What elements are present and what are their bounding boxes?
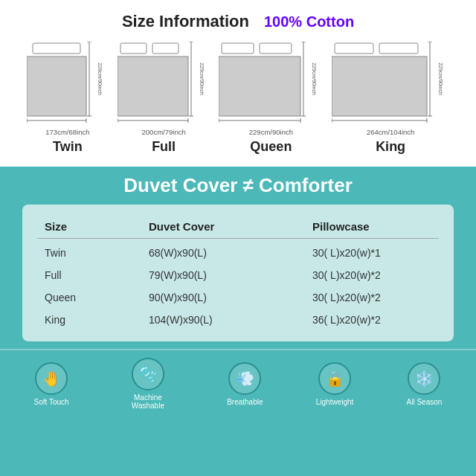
svg-rect-1 [33, 43, 80, 54]
table-cell-2-2: 30( L)x20(w)*2 [312, 292, 431, 303]
svg-rect-0 [27, 57, 86, 116]
feature-label-breathable: Breathable [227, 398, 263, 406]
cotton-label: 100% Cotton [264, 13, 354, 30]
svg-rect-30 [335, 43, 373, 54]
feature-lightweight: 🔒Lightweight [316, 362, 354, 406]
bed-svg-full: 229cm/90inch [118, 42, 210, 125]
table-cell-1-0: Full [45, 269, 104, 281]
feature-machine-washable: 🫧Machine Washable [122, 358, 174, 410]
svg-rect-10 [120, 43, 147, 54]
feature-icon-all-season: ❄️ [408, 362, 440, 395]
table-row: Queen90(W)x90(L)30( L)x20(w)*2 [37, 286, 439, 309]
svg-rect-31 [379, 43, 418, 54]
bed-size-name-king: King [376, 139, 405, 155]
feature-icon-lightweight: 🔒 [318, 362, 351, 395]
svg-text:229cm/90inch: 229cm/90inch [438, 62, 443, 95]
feature-icon-breathable: 💨 [228, 362, 261, 395]
bed-item-twin: 228cm/90inch173cm/68inchTwin [27, 42, 109, 155]
bed-width-label-twin: 173cm/68inch [45, 128, 89, 136]
feature-label-all-season: All Season [407, 398, 443, 406]
info-table: Size Duvet Cover Pillowcase Twin68(W)x90… [22, 205, 454, 341]
bed-item-king: 229cm/90inch264cm/104inchKing [332, 42, 449, 155]
footer-features: 🤚Soft Touch🫧Machine Washable💨Breathable🔒… [0, 349, 476, 414]
feature-icon-soft-touch: 🤚 [35, 362, 68, 395]
bed-svg-queen: 229cm/90inch [219, 42, 323, 125]
table-cell-3-1: 104(W)x90(L) [149, 314, 268, 326]
bed-item-full: 229cm/90inch200cm/79inchFull [118, 42, 210, 155]
table-row: Full79(W)x90(L)30( L)x20(w)*2 [37, 264, 439, 286]
title-row: Size Information 100% Cotton [15, 12, 461, 31]
bed-sizes-row: 228cm/90inch173cm/68inchTwin229cm/90inch… [15, 42, 461, 155]
table-cell-2-1: 90(W)x90(L) [149, 292, 268, 303]
bed-size-name-twin: Twin [53, 139, 83, 155]
table-cell-0-1: 68(W)x90(L) [149, 247, 268, 259]
bed-width-label-full: 200cm/79inch [142, 128, 186, 136]
feature-all-season: ❄️All Season [407, 362, 443, 406]
bed-size-name-queen: Queen [250, 139, 292, 155]
top-section: Size Information 100% Cotton 228cm/90inc… [0, 0, 476, 167]
bed-width-label-queen: 229cm/90inch [249, 128, 293, 136]
bed-size-name-full: Full [152, 139, 176, 155]
feature-soft-touch: 🤚Soft Touch [34, 362, 69, 406]
col-header-duvet: Duvet Cover [149, 220, 268, 233]
table-cell-0-2: 30( L)x20(w)*1 [312, 247, 431, 259]
table-cell-3-0: King [45, 314, 104, 326]
table-body: Twin68(W)x90(L)30( L)x20(w)*1Full79(W)x9… [37, 242, 439, 331]
bed-svg-twin: 228cm/90inch [27, 42, 109, 125]
col-header-size: Size [45, 220, 104, 233]
table-cell-3-2: 36( L)x20(w)*2 [312, 314, 431, 326]
bed-width-label-king: 264cm/104inch [367, 128, 414, 136]
table-cell-1-2: 30( L)x20(w)*2 [312, 269, 431, 281]
feature-label-soft-touch: Soft Touch [34, 398, 69, 406]
feature-breathable: 💨Breathable [227, 362, 263, 406]
duvet-title: Duvet Cover ≠ Comforter [15, 174, 461, 197]
feature-label-lightweight: Lightweight [316, 398, 354, 406]
table-row: Twin68(W)x90(L)30( L)x20(w)*1 [37, 242, 439, 264]
bed-svg-king: 229cm/90inch [332, 42, 449, 125]
svg-text:228cm/90inch: 228cm/90inch [97, 62, 103, 95]
table-row: King104(W)x90(L)36( L)x20(w)*2 [37, 309, 439, 331]
svg-rect-11 [152, 43, 178, 54]
table-cell-2-0: Queen [45, 292, 104, 303]
divider-section: Duvet Cover ≠ Comforter Size Duvet Cover… [0, 167, 476, 349]
page-title: Size Information [122, 12, 249, 31]
bed-item-queen: 229cm/90inch229cm/90inchQueen [219, 42, 323, 155]
svg-text:229cm/90inch: 229cm/90inch [312, 62, 317, 95]
svg-text:229cm/90inch: 229cm/90inch [199, 62, 205, 95]
svg-rect-20 [222, 43, 254, 54]
table-cell-1-1: 79(W)x90(L) [149, 269, 268, 281]
svg-rect-21 [260, 43, 292, 54]
svg-rect-29 [332, 57, 427, 116]
feature-icon-machine-washable: 🫧 [132, 358, 164, 390]
col-header-pillow: Pillowcase [312, 220, 431, 233]
table-cell-0-0: Twin [45, 247, 104, 259]
svg-rect-9 [118, 57, 188, 116]
feature-label-machine-washable: Machine Washable [122, 393, 174, 410]
svg-rect-19 [219, 57, 300, 116]
table-header: Size Duvet Cover Pillowcase [37, 215, 439, 239]
